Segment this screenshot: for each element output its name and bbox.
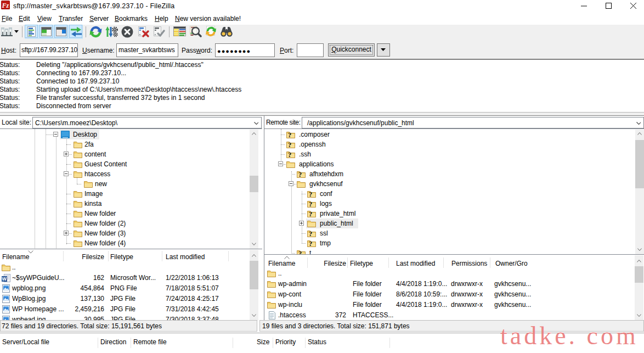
- svg-text:Fz: Fz: [2, 2, 9, 9]
